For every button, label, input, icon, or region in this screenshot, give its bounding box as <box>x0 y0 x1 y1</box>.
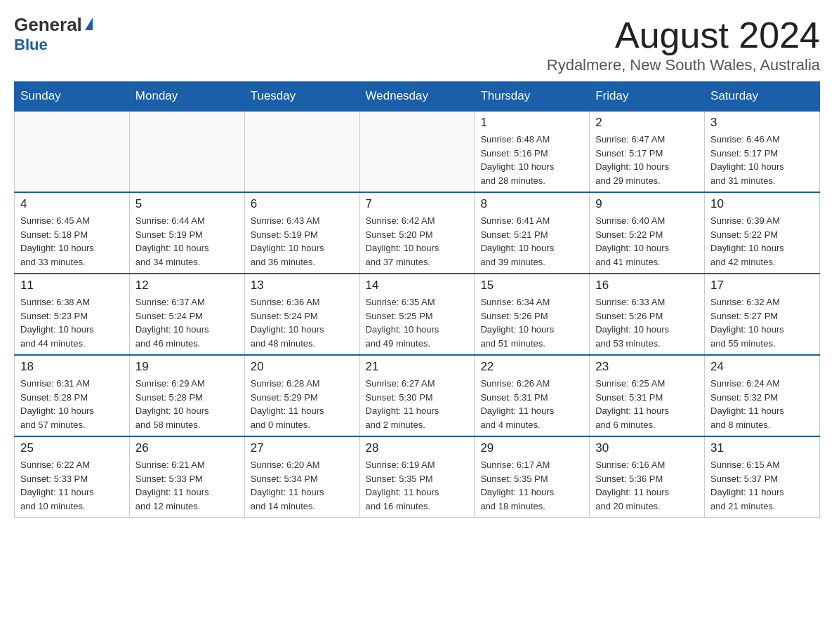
day-info: Sunrise: 6:20 AM Sunset: 5:34 PM Dayligh… <box>251 458 354 513</box>
day-info: Sunrise: 6:32 AM Sunset: 5:27 PM Dayligh… <box>710 295 814 350</box>
day-info: Sunrise: 6:15 AM Sunset: 5:37 PM Dayligh… <box>710 458 814 513</box>
day-number: 12 <box>135 279 239 293</box>
calendar-header-row: Sunday Monday Tuesday Wednesday Thursday… <box>15 82 820 112</box>
table-row: 16Sunrise: 6:33 AM Sunset: 5:26 PM Dayli… <box>590 274 705 355</box>
table-row: 14Sunrise: 6:35 AM Sunset: 5:25 PM Dayli… <box>359 274 475 355</box>
table-row: 18Sunrise: 6:31 AM Sunset: 5:28 PM Dayli… <box>15 355 130 436</box>
day-info: Sunrise: 6:46 AM Sunset: 5:17 PM Dayligh… <box>710 133 814 187</box>
day-number: 3 <box>710 116 814 130</box>
col-friday: Friday <box>590 82 705 112</box>
table-row: 3Sunrise: 6:46 AM Sunset: 5:17 PM Daylig… <box>705 111 820 192</box>
day-info: Sunrise: 6:29 AM Sunset: 5:28 PM Dayligh… <box>135 377 239 431</box>
day-info: Sunrise: 6:25 AM Sunset: 5:31 PM Dayligh… <box>595 377 699 431</box>
day-number: 9 <box>595 197 699 211</box>
table-row: 15Sunrise: 6:34 AM Sunset: 5:26 PM Dayli… <box>475 274 590 355</box>
day-info: Sunrise: 6:48 AM Sunset: 5:16 PM Dayligh… <box>480 133 583 187</box>
day-number: 22 <box>480 360 583 374</box>
day-number: 18 <box>20 360 124 374</box>
day-info: Sunrise: 6:34 AM Sunset: 5:26 PM Dayligh… <box>480 295 583 350</box>
day-number: 29 <box>480 441 583 455</box>
table-row: 26Sunrise: 6:21 AM Sunset: 5:33 PM Dayli… <box>129 436 244 518</box>
table-row: 31Sunrise: 6:15 AM Sunset: 5:37 PM Dayli… <box>705 436 820 518</box>
day-info: Sunrise: 6:31 AM Sunset: 5:28 PM Dayligh… <box>20 377 124 431</box>
table-row: 29Sunrise: 6:17 AM Sunset: 5:35 PM Dayli… <box>475 436 590 518</box>
day-info: Sunrise: 6:16 AM Sunset: 5:36 PM Dayligh… <box>595 458 699 513</box>
day-number: 1 <box>480 116 583 130</box>
table-row: 30Sunrise: 6:16 AM Sunset: 5:36 PM Dayli… <box>590 436 705 518</box>
day-info: Sunrise: 6:26 AM Sunset: 5:31 PM Dayligh… <box>480 377 583 431</box>
col-sunday: Sunday <box>15 82 130 112</box>
day-number: 24 <box>710 360 814 374</box>
day-number: 15 <box>480 279 583 293</box>
main-title: August 2024 <box>547 14 820 56</box>
calendar-week-row: 4Sunrise: 6:45 AM Sunset: 5:18 PM Daylig… <box>15 192 820 274</box>
table-row: 8Sunrise: 6:41 AM Sunset: 5:21 PM Daylig… <box>475 192 590 274</box>
table-row: 23Sunrise: 6:25 AM Sunset: 5:31 PM Dayli… <box>590 355 705 436</box>
day-number: 31 <box>710 441 814 455</box>
day-info: Sunrise: 6:19 AM Sunset: 5:35 PM Dayligh… <box>366 458 469 513</box>
table-row: 2Sunrise: 6:47 AM Sunset: 5:17 PM Daylig… <box>590 111 705 192</box>
day-number: 27 <box>251 441 354 455</box>
day-number: 20 <box>251 360 354 374</box>
day-number: 4 <box>20 197 124 211</box>
table-row: 12Sunrise: 6:37 AM Sunset: 5:24 PM Dayli… <box>129 274 244 355</box>
table-row: 20Sunrise: 6:28 AM Sunset: 5:29 PM Dayli… <box>244 355 359 436</box>
day-info: Sunrise: 6:39 AM Sunset: 5:22 PM Dayligh… <box>710 214 814 269</box>
table-row: 25Sunrise: 6:22 AM Sunset: 5:33 PM Dayli… <box>15 436 130 518</box>
day-info: Sunrise: 6:28 AM Sunset: 5:29 PM Dayligh… <box>251 377 354 431</box>
day-info: Sunrise: 6:42 AM Sunset: 5:20 PM Dayligh… <box>366 214 469 269</box>
table-row: 17Sunrise: 6:32 AM Sunset: 5:27 PM Dayli… <box>705 274 820 355</box>
table-row: 9Sunrise: 6:40 AM Sunset: 5:22 PM Daylig… <box>590 192 705 274</box>
table-row <box>359 111 475 192</box>
table-row: 27Sunrise: 6:20 AM Sunset: 5:34 PM Dayli… <box>244 436 359 518</box>
day-number: 13 <box>251 279 354 293</box>
day-info: Sunrise: 6:47 AM Sunset: 5:17 PM Dayligh… <box>595 133 699 187</box>
table-row <box>244 111 359 192</box>
day-number: 21 <box>366 360 469 374</box>
day-number: 14 <box>366 279 469 293</box>
table-row: 4Sunrise: 6:45 AM Sunset: 5:18 PM Daylig… <box>15 192 130 274</box>
table-row: 19Sunrise: 6:29 AM Sunset: 5:28 PM Dayli… <box>129 355 244 436</box>
day-info: Sunrise: 6:17 AM Sunset: 5:35 PM Dayligh… <box>480 458 583 513</box>
calendar-week-row: 25Sunrise: 6:22 AM Sunset: 5:33 PM Dayli… <box>15 436 820 518</box>
table-row: 28Sunrise: 6:19 AM Sunset: 5:35 PM Dayli… <box>359 436 475 518</box>
day-info: Sunrise: 6:45 AM Sunset: 5:18 PM Dayligh… <box>20 214 124 269</box>
logo-blue-text: Blue <box>14 36 48 54</box>
table-row <box>15 111 130 192</box>
col-monday: Monday <box>129 82 244 112</box>
day-info: Sunrise: 6:41 AM Sunset: 5:21 PM Dayligh… <box>480 214 583 269</box>
title-section: August 2024 Rydalmere, New South Wales, … <box>547 14 820 74</box>
col-saturday: Saturday <box>705 82 820 112</box>
calendar-week-row: 11Sunrise: 6:38 AM Sunset: 5:23 PM Dayli… <box>15 274 820 355</box>
table-row: 1Sunrise: 6:48 AM Sunset: 5:16 PM Daylig… <box>475 111 590 192</box>
day-number: 16 <box>595 279 699 293</box>
table-row: 11Sunrise: 6:38 AM Sunset: 5:23 PM Dayli… <box>15 274 130 355</box>
calendar-week-row: 18Sunrise: 6:31 AM Sunset: 5:28 PM Dayli… <box>15 355 820 436</box>
table-row: 13Sunrise: 6:36 AM Sunset: 5:24 PM Dayli… <box>244 274 359 355</box>
table-row: 21Sunrise: 6:27 AM Sunset: 5:30 PM Dayli… <box>359 355 475 436</box>
day-number: 6 <box>251 197 354 211</box>
day-number: 19 <box>135 360 239 374</box>
day-info: Sunrise: 6:24 AM Sunset: 5:32 PM Dayligh… <box>710 377 814 431</box>
col-wednesday: Wednesday <box>359 82 475 112</box>
day-info: Sunrise: 6:36 AM Sunset: 5:24 PM Dayligh… <box>251 295 354 350</box>
day-number: 8 <box>480 197 583 211</box>
table-row: 6Sunrise: 6:43 AM Sunset: 5:19 PM Daylig… <box>244 192 359 274</box>
day-info: Sunrise: 6:37 AM Sunset: 5:24 PM Dayligh… <box>135 295 239 350</box>
logo-triangle-icon <box>85 18 93 30</box>
day-number: 23 <box>595 360 699 374</box>
day-number: 11 <box>20 279 124 293</box>
day-info: Sunrise: 6:38 AM Sunset: 5:23 PM Dayligh… <box>20 295 124 350</box>
day-number: 2 <box>595 116 699 130</box>
col-thursday: Thursday <box>475 82 590 112</box>
table-row: 10Sunrise: 6:39 AM Sunset: 5:22 PM Dayli… <box>705 192 820 274</box>
table-row: 5Sunrise: 6:44 AM Sunset: 5:19 PM Daylig… <box>129 192 244 274</box>
logo: General Blue <box>14 14 93 54</box>
col-tuesday: Tuesday <box>244 82 359 112</box>
day-info: Sunrise: 6:44 AM Sunset: 5:19 PM Dayligh… <box>135 214 239 269</box>
table-row <box>129 111 244 192</box>
day-number: 28 <box>366 441 469 455</box>
day-info: Sunrise: 6:27 AM Sunset: 5:30 PM Dayligh… <box>366 377 469 431</box>
day-number: 10 <box>710 197 814 211</box>
subtitle: Rydalmere, New South Wales, Australia <box>547 56 820 74</box>
